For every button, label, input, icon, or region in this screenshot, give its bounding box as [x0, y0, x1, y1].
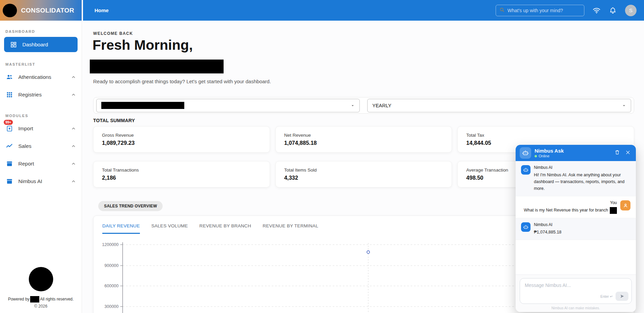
branch-value-redacted	[101, 102, 184, 109]
section-label-dashboard: DASHBOARD	[5, 29, 76, 33]
sidebar-item-sales[interactable]: Sales	[0, 137, 82, 155]
summary-card-net-revenue: Net Revenue 1,074,885.18	[275, 126, 452, 153]
online-label: Online	[539, 154, 549, 158]
sidebar-item-label: Nimbus AI	[18, 178, 66, 184]
robot-icon	[521, 222, 531, 232]
trend-line-icon	[5, 142, 14, 150]
welcome-eyebrow: WELCOME BACK	[93, 31, 133, 36]
card-label: Net Revenue	[284, 133, 443, 138]
archive-icon	[5, 177, 14, 185]
file-upload-icon: 99+	[5, 125, 14, 133]
footer-credits: Powered byAll rights reserved.	[0, 296, 82, 303]
dashboard-icon	[9, 41, 18, 49]
chat-title-block: Nimbus Ask Online	[535, 148, 564, 158]
archive-icon	[5, 160, 14, 168]
chevron-up-icon[interactable]	[71, 74, 76, 80]
sidebar-footer: Powered byAll rights reserved. © 2026	[0, 267, 82, 309]
welcome-subtitle: Ready to accomplish great things today? …	[93, 79, 271, 84]
summary-card-total-transactions: Total Transactions 2,186	[93, 161, 270, 187]
tab-revenue-by-terminal[interactable]: REVENUE BY TERMINAL	[263, 223, 318, 234]
import-badge: 99+	[4, 120, 13, 125]
close-icon[interactable]	[625, 150, 630, 156]
total-summary-title: TOTAL SUMMARY	[93, 118, 135, 123]
card-value: 1,089,729.23	[102, 140, 261, 146]
branch-name-redacted	[610, 207, 617, 214]
footer-logo-redacted	[29, 267, 53, 291]
chevron-up-icon[interactable]	[71, 143, 76, 149]
online-dot	[535, 155, 537, 157]
chat-header: Nimbus Ask Online	[516, 145, 636, 161]
sidebar-item-label: Sales	[18, 143, 66, 149]
user-name-redacted	[90, 60, 224, 73]
message-sender: Nimbus AI	[534, 165, 627, 170]
card-label: Total Transactions	[102, 167, 261, 173]
message-text: What is my Net Revenue this year for bra…	[524, 207, 617, 214]
y-tick-1200000: 1200000	[102, 242, 119, 247]
message-sender: You	[524, 200, 617, 205]
rights-text: All rights reserved.	[40, 297, 74, 301]
chevron-up-icon[interactable]	[71, 179, 76, 184]
sidebar-item-athentications[interactable]: Athentications	[0, 68, 82, 86]
period-select-value: YEARLY	[372, 103, 391, 108]
tab-sales-volume[interactable]: SALES VOLUME	[151, 223, 188, 234]
card-value: 4,332	[284, 175, 443, 181]
search-input[interactable]	[507, 8, 581, 13]
y-tick-300000: 300000	[104, 304, 119, 309]
sidebar-item-label: Athentications	[18, 74, 66, 80]
robot-icon	[520, 147, 531, 159]
card-label: Total Items Sold	[284, 167, 443, 173]
tab-revenue-by-branch[interactable]: REVENUE BY BRANCH	[200, 223, 251, 234]
chat-messages: Nimbus AI Hi! I'm Nimbus AI. Ask me anyt…	[516, 161, 636, 274]
footer-brand-redacted	[30, 296, 39, 303]
notifications-bell-icon[interactable]	[609, 6, 617, 15]
sidebar-item-label: Registries	[18, 92, 66, 98]
chat-title: Nimbus Ask	[535, 148, 564, 154]
chevron-up-icon[interactable]	[71, 161, 76, 166]
wifi-icon[interactable]	[593, 6, 601, 15]
sidebar-item-import[interactable]: 99+ Import	[0, 120, 82, 137]
copyright-text: © 2026	[0, 304, 82, 309]
message-sender: Nimbus AI	[534, 222, 561, 227]
person-icon	[620, 200, 630, 210]
branch-select[interactable]	[96, 99, 360, 112]
message-text-value: What is my Net Revenue this year for bra…	[524, 208, 608, 213]
sidebar: CONSOLIDATOR DASHBOARD Dashboard MASTERL…	[0, 0, 82, 313]
nimbus-ask-widget: Nimbus Ask Online Nimbus AI Hi! I'm Nimb…	[516, 145, 636, 312]
people-icon	[5, 73, 14, 81]
trash-icon[interactable]	[615, 150, 620, 156]
data-point-marker	[367, 251, 370, 253]
chevron-up-icon[interactable]	[71, 126, 76, 131]
chat-input-box: Enter ↵	[520, 278, 632, 304]
sidebar-item-registries[interactable]: Registries	[0, 86, 82, 104]
message-text: ₱1,074,885.18	[534, 229, 561, 236]
card-value: 1,074,885.18	[284, 140, 443, 146]
user-avatar[interactable]: S	[625, 5, 637, 16]
topbar-search[interactable]	[496, 5, 584, 16]
y-tick-600000: 600000	[104, 284, 119, 288]
nav-home[interactable]: Home	[95, 7, 109, 13]
tab-daily-revenue[interactable]: DAILY REVENUE	[102, 223, 140, 234]
y-tick-900000: 900000	[104, 263, 119, 268]
sidebar-item-label: Import	[18, 126, 66, 132]
greeting-heading: Fresh Morning,	[92, 37, 193, 53]
chat-actions	[615, 150, 630, 156]
topbar-right-cluster: S	[496, 5, 637, 16]
summary-card-gross-revenue: Gross Revenue 1,089,729.23	[93, 126, 270, 153]
chevron-up-icon[interactable]	[71, 92, 76, 97]
sidebar-brand: CONSOLIDATOR	[0, 0, 82, 21]
message-content: Nimbus AI ₱1,074,885.18	[534, 222, 561, 236]
card-value: 2,186	[102, 175, 261, 181]
chat-input-actions: Enter ↵	[600, 292, 628, 301]
period-select[interactable]: YEARLY	[367, 99, 631, 112]
sidebar-item-dashboard[interactable]: Dashboard	[4, 37, 78, 52]
search-icon	[499, 7, 505, 14]
send-button[interactable]	[616, 292, 628, 301]
sales-trend-overview-badge: SALES TREND OVERVIEW	[98, 201, 163, 211]
section-label-modules: MODULES	[5, 114, 76, 118]
sidebar-item-report[interactable]: Report	[0, 155, 82, 173]
chat-footer: Enter ↵ Nimbus AI can make mistakes.	[516, 274, 636, 312]
chat-status: Online	[535, 154, 564, 158]
brand-logo-redacted	[3, 4, 17, 17]
sidebar-item-nimbus-ai[interactable]: Nimbus AI	[0, 173, 82, 190]
filter-bar: YEARLY	[93, 97, 634, 114]
